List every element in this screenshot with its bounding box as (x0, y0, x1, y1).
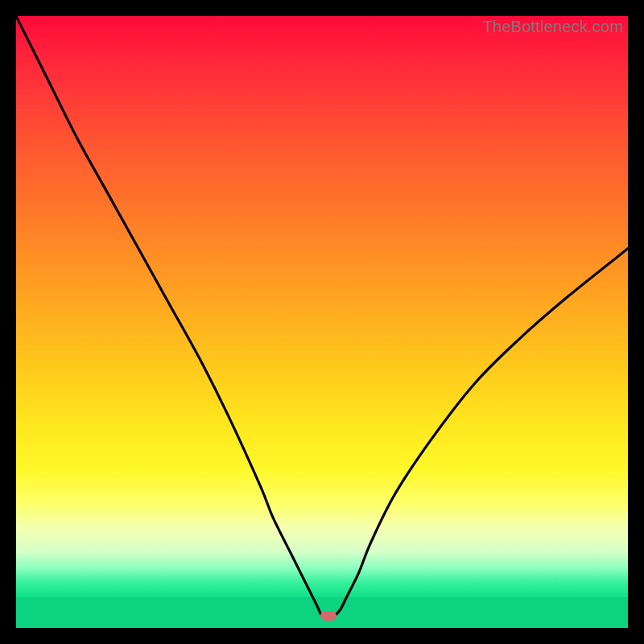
bottleneck-curve (16, 16, 628, 628)
plot-area: TheBottleneck.com (16, 16, 628, 628)
chart-stage: TheBottleneck.com (0, 0, 644, 644)
notch-marker (320, 611, 336, 621)
